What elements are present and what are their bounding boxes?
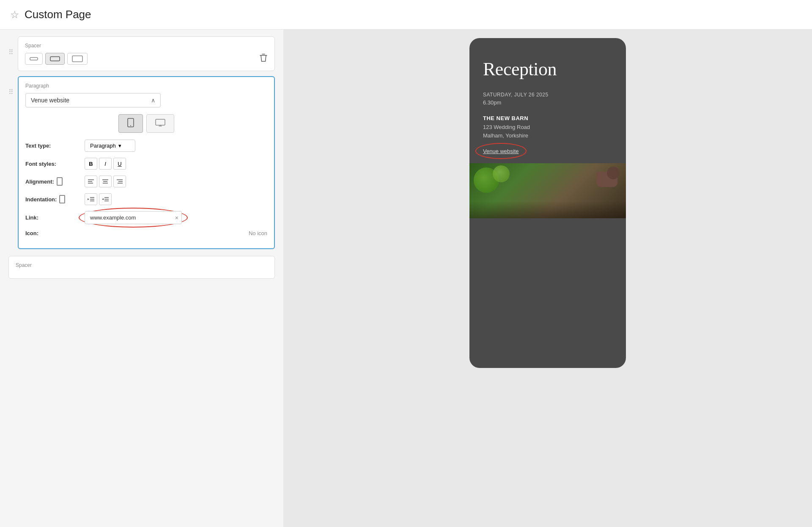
chevron-up-icon: ∧ (151, 97, 155, 104)
paragraph-block: Paragraph Venue website ∧ (18, 76, 275, 249)
spacer-bottom-block: Spacer (8, 256, 275, 279)
preview-food-image (469, 163, 626, 218)
paragraph-label: Paragraph (25, 83, 267, 89)
preview-address-line2: Malham, Yorkshire (483, 132, 528, 139)
text-type-row: Text type: Paragraph ▾ (25, 140, 267, 152)
svg-rect-2 (72, 56, 82, 62)
text-type-value: Paragraph (90, 143, 116, 149)
bold-button[interactable]: B (85, 158, 97, 170)
indent-group (85, 193, 112, 205)
paragraph-header: Venue website ∧ (25, 93, 267, 107)
link-label: Link: (25, 214, 80, 221)
mobile-view-btn[interactable] (118, 114, 143, 133)
left-panel: ⠿ Spacer (0, 30, 283, 527)
link-input-container: × (85, 211, 182, 224)
preview-venue-name: THE NEW BARN (483, 115, 612, 121)
indent-increase-button[interactable] (85, 193, 97, 205)
app-header: ☆ Custom Page (0, 0, 812, 30)
icon-label: Icon: (25, 230, 80, 236)
svg-rect-1 (50, 57, 60, 61)
spacer-top-block: Spacer (18, 36, 275, 71)
font-styles-label: Font styles: (25, 161, 80, 167)
preview-address-line1: 123 Wedding Road (483, 124, 530, 130)
drag-handle-paragraph[interactable]: ⠿ (8, 76, 14, 96)
spacer-bottom-row: Spacer (8, 256, 275, 284)
preview-title: Reception (483, 58, 612, 80)
star-icon: ☆ (10, 9, 19, 21)
preview-content: Reception SATURDAY, JULY 26 2025 6.30pm … (469, 38, 626, 163)
indentation-row: Indentation: (25, 193, 267, 205)
font-style-group: B I U (85, 158, 126, 170)
indentation-label: Indentation: (25, 195, 80, 203)
spacer-size-medium[interactable] (45, 53, 65, 65)
main-layout: ⠿ Spacer (0, 30, 812, 527)
align-center-button[interactable] (99, 176, 112, 187)
preview-address: 123 Wedding Road Malham, Yorkshire (483, 123, 612, 140)
text-type-dropdown[interactable]: Paragraph ▾ (85, 140, 135, 152)
spacer-size-small[interactable] (25, 53, 43, 65)
link-row: Link: × (25, 211, 267, 224)
icon-value: No icon (249, 230, 267, 236)
preview-link-wrapper: Venue website (483, 147, 519, 155)
paragraph-row: ⠿ Paragraph Venue website ∧ (8, 76, 275, 254)
dropdown-arrow-icon: ▾ (118, 143, 121, 149)
spacer-top-label: Spacer (25, 43, 268, 49)
align-right-button[interactable] (113, 176, 126, 187)
indent-decrease-button[interactable] (99, 193, 112, 205)
view-toggle-group (25, 114, 267, 133)
link-input-wrapper: × (85, 211, 182, 224)
alignment-label: Alignment: (25, 177, 80, 186)
text-type-label: Text type: (25, 143, 80, 149)
content-selector[interactable]: Venue website ∧ (25, 93, 161, 107)
desktop-view-btn[interactable] (146, 114, 174, 133)
spacer-bottom-label: Spacer (16, 262, 268, 268)
svg-point-4 (130, 125, 131, 126)
spacer-top-controls (25, 53, 268, 65)
mobile-indicator-alignment (57, 177, 63, 186)
preview-date: SATURDAY, JULY 26 2025 (483, 92, 612, 98)
spacer-top-row: ⠿ Spacer (8, 36, 275, 76)
underline-button[interactable]: U (113, 158, 126, 170)
align-group (85, 176, 126, 187)
preview-venue-link[interactable]: Venue website (483, 148, 519, 154)
delete-spacer-top-button[interactable] (259, 53, 268, 65)
svg-rect-5 (156, 119, 165, 125)
alignment-row: Alignment: (25, 176, 267, 187)
italic-button[interactable]: I (99, 158, 112, 170)
spacer-size-group (25, 53, 88, 65)
svg-rect-0 (30, 58, 38, 60)
page-title: Custom Page (25, 8, 91, 21)
align-left-button[interactable] (85, 176, 97, 187)
spacer-size-large[interactable] (67, 53, 88, 65)
mobile-indicator-indent (59, 195, 65, 203)
link-clear-button[interactable]: × (175, 214, 178, 221)
drag-handle-spacer-top[interactable]: ⠿ (8, 36, 14, 56)
preview-time: 6.30pm (483, 99, 612, 106)
font-styles-row: Font styles: B I U (25, 158, 267, 170)
right-panel: Reception SATURDAY, JULY 26 2025 6.30pm … (283, 30, 812, 527)
phone-preview: Reception SATURDAY, JULY 26 2025 6.30pm … (469, 38, 626, 368)
content-selector-value: Venue website (31, 97, 69, 104)
link-input[interactable] (85, 211, 182, 224)
icon-row: Icon: No icon (25, 230, 267, 236)
